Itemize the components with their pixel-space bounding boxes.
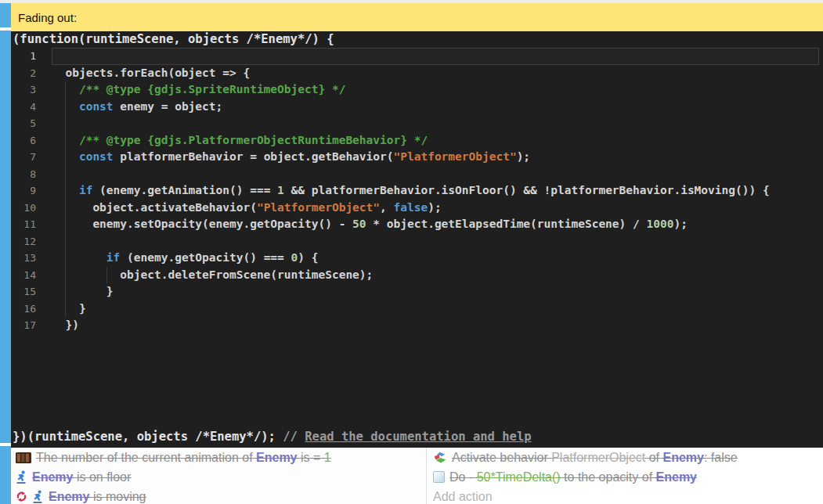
line-number: 7: [11, 149, 36, 166]
comment-row-drag-handle[interactable]: [0, 3, 11, 27]
condition-row[interactable]: The number of the current animation of E…: [11, 448, 426, 467]
event-comment-row[interactable]: Fading out:: [11, 3, 823, 31]
animation-icon: [16, 452, 31, 463]
code-event-drag-handle[interactable]: [0, 31, 11, 443]
code-wrapper-header: (function(runtimeScene, objects /*Enemy*…: [13, 32, 334, 47]
code-token: ) {: [298, 251, 318, 264]
indent-guide-line: [65, 166, 66, 183]
condition-segment: is moving: [89, 490, 146, 503]
code-line[interactable]: 5: [11, 115, 823, 132]
standard-event-drag-handle[interactable]: [0, 446, 11, 504]
action-segment: Enemy: [656, 470, 697, 484]
code-line-content[interactable]: object.deleteFromScene(runtimeScene);: [52, 267, 819, 284]
code-line[interactable]: 7 const platformerBehavior = object.getB…: [11, 149, 823, 166]
code-line-content[interactable]: [52, 48, 819, 65]
conditions-column: The number of the current animation of E…: [11, 448, 427, 504]
code-line[interactable]: 8: [11, 166, 823, 183]
code-line[interactable]: 10 object.activateBehavior("PlatformerOb…: [11, 200, 823, 217]
condition-row[interactable]: Enemy is on floor: [11, 467, 426, 487]
platformer-runner-icon: [32, 490, 44, 503]
code-line[interactable]: 11 enemy.setOpacity(enemy.getOpacity() -…: [11, 216, 823, 233]
documentation-link[interactable]: Read the documentation and help: [305, 430, 531, 444]
line-number: 1: [11, 48, 36, 65]
code-token: enemy = object;: [114, 100, 223, 113]
code-line-content[interactable]: }): [52, 317, 819, 334]
code-token: );: [428, 201, 441, 214]
action-segment: PlatformerObject: [551, 451, 645, 464]
code-line-content[interactable]: enemy.setOpacity(enemy.getOpacity() - 50…: [52, 216, 819, 233]
code-line[interactable]: 12: [11, 233, 823, 250]
line-number: 5: [11, 115, 36, 132]
line-number: 10: [11, 200, 36, 217]
code-line[interactable]: 14 object.deleteFromScene(runtimeScene);: [11, 267, 823, 284]
code-token: (enemy.getOpacity() ===: [120, 251, 291, 264]
code-token: /** @type {gdjs.PlatformerObjectRuntimeB…: [79, 134, 428, 146]
code-line-content[interactable]: object.activateBehavior("PlatformerObjec…: [52, 200, 819, 217]
action-row[interactable]: Activate behavior PlatformerObject of En…: [427, 448, 823, 467]
code-token: );: [673, 218, 687, 230]
code-line[interactable]: 1: [11, 48, 823, 65]
code-token: object.activateBehavior(: [52, 201, 257, 214]
code-token: object.deleteFromScene(runtimeScene);: [52, 268, 373, 281]
line-number: 17: [11, 317, 36, 334]
indent-guide-line: [65, 301, 66, 318]
line-number: 14: [11, 267, 36, 284]
code-token: "PlatformerObject": [394, 150, 517, 163]
condition-segment: 1: [324, 451, 331, 464]
action-segment: 50*TimeDelta(): [477, 470, 561, 484]
indent-guide-line: [65, 267, 66, 284]
footer-comment-slashes: //: [283, 430, 305, 444]
code-line-content[interactable]: [52, 233, 819, 250]
indent-guide-line: [65, 132, 66, 149]
code-line-content[interactable]: [52, 115, 819, 132]
code-line-content[interactable]: /** @type {gdjs.PlatformerObjectRuntimeB…: [52, 132, 819, 149]
line-number: 11: [11, 216, 36, 233]
code-line[interactable]: 9 if (enemy.getAnimation() === 1 && plat…: [11, 182, 823, 200]
code-line-content[interactable]: if (enemy.getAnimation() === 1 && platfo…: [52, 182, 819, 200]
code-line-content[interactable]: /** @type {gdjs.SpriteRuntimeObject} */: [52, 81, 819, 99]
code-token: platformerBehavior = object.getBehavior(: [114, 150, 394, 163]
code-token: }: [52, 302, 86, 315]
indent-guide-line: [65, 99, 66, 116]
code-line-content[interactable]: objects.forEach(object => {: [52, 65, 819, 82]
add-action-button[interactable]: Add action: [427, 487, 823, 504]
code-line-content[interactable]: }: [52, 301, 819, 318]
line-number: 2: [11, 65, 36, 82]
code-line-content[interactable]: const platformerBehavior = object.getBeh…: [52, 149, 819, 166]
condition-segment: The number of the current animation of: [36, 451, 256, 464]
code-token: [52, 251, 106, 264]
action-row[interactable]: Do - 50*TimeDelta() to the opacity of En…: [427, 467, 823, 487]
code-token: 1: [277, 184, 284, 196]
code-token: /** @type {gdjs.SpriteRuntimeObject} */: [79, 83, 345, 95]
condition-text: The number of the current animation of E…: [36, 451, 331, 465]
code-line[interactable]: 15 }: [11, 283, 823, 301]
line-number: 8: [11, 166, 36, 183]
code-line[interactable]: 17 }): [11, 317, 823, 334]
code-line[interactable]: 16 }: [11, 301, 823, 318]
condition-text: Enemy is moving: [49, 490, 146, 504]
behavior-icon: [433, 452, 447, 464]
code-line-content[interactable]: if (enemy.getOpacity() === 0) {: [52, 250, 819, 267]
condition-row[interactable]: Enemy is moving: [11, 487, 426, 504]
js-code-editor[interactable]: (function(runtimeScene, objects /*Enemy*…: [11, 31, 823, 448]
code-token: * object.getElapsedTime(runtimeScene) /: [366, 218, 647, 230]
code-line-content[interactable]: const enemy = object;: [52, 99, 819, 116]
action-segment: Activate behavior: [452, 451, 551, 464]
code-line[interactable]: 13 if (enemy.getOpacity() === 0) {: [11, 250, 823, 267]
code-line-content[interactable]: [52, 166, 819, 183]
code-line-content[interactable]: }: [52, 283, 819, 301]
code-token: (enemy.getAnimation() ===: [92, 184, 277, 196]
condition-segment: Enemy: [32, 470, 73, 484]
action-text: Activate behavior PlatformerObject of En…: [452, 451, 738, 465]
code-lines[interactable]: 12 objects.forEach(object => {3 /** @typ…: [11, 48, 823, 334]
code-line[interactable]: 3 /** @type {gdjs.SpriteRuntimeObject} *…: [11, 81, 823, 99]
condition-segment: Enemy: [49, 490, 89, 503]
code-line[interactable]: 6 /** @type {gdjs.PlatformerObjectRuntim…: [11, 132, 823, 149]
code-token: }: [52, 285, 114, 297]
platformer-runner-icon: [16, 470, 27, 484]
code-token: const: [79, 100, 114, 113]
opacity-icon: [433, 471, 445, 483]
code-line[interactable]: 2 objects.forEach(object => {: [11, 65, 823, 82]
code-token: );: [517, 150, 530, 163]
code-line[interactable]: 4 const enemy = object;: [11, 99, 823, 116]
